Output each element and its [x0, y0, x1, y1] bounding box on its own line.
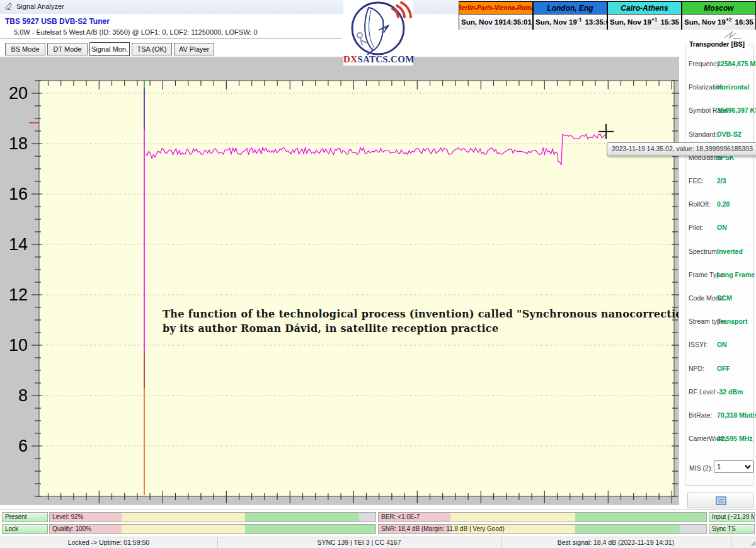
field-value: OFF	[717, 365, 730, 372]
clock-time: 16:35	[735, 18, 753, 26]
clock-city: London, Eng	[534, 2, 607, 14]
dxsatcs-logo: DXSATCS.COM	[343, 0, 413, 66]
progress-bar-ber: BER: <1.0E-7	[378, 512, 707, 522]
window-title: Signal Analyzer	[16, 3, 64, 10]
transponder-field-frame-type: Frame Type:Long Frame	[684, 271, 753, 280]
field-value: -32 dBm	[717, 388, 743, 396]
field-label: BitRate:	[689, 411, 712, 419]
clock-body: Sun, Nov 1914:35:01	[459, 14, 532, 30]
clock-body: Sun, Nov 19-113:35:01	[534, 14, 607, 30]
svg-text:14: 14	[9, 235, 28, 254]
stream-list-button[interactable]	[687, 493, 754, 508]
field-value: ON	[717, 224, 727, 231]
transponder-field-stream-type: Stream type:Transport	[684, 317, 753, 326]
signal-monitor-panel: BERSNRQualityLevel 20181614121086The fun…	[0, 57, 679, 505]
field-label: FEC:	[689, 177, 704, 185]
clock-utc-offset: +1	[651, 16, 658, 23]
tab-bs-mode[interactable]: BS Mode	[5, 43, 45, 55]
field-value: Transport	[717, 317, 747, 325]
tab-tsa-ok[interactable]: TSA (OK)	[132, 43, 172, 55]
progress-bar-quality: Quality: 100%	[49, 524, 376, 534]
satellite-dish-icon	[343, 0, 413, 55]
list-icon	[716, 496, 726, 505]
transponder-field-polarization: Polarization:Horizontal	[684, 83, 753, 92]
status-box-present: Present	[2, 512, 48, 522]
clock-city: Moscow	[682, 2, 755, 14]
snr-chart-plot[interactable]: 20181614121086The function of the techno…	[0, 57, 679, 505]
mis-label: MIS (2):	[689, 464, 713, 472]
clock-berlin-paris-vienna-roma: Berlin-Paris-Vienna-RomaSun, Nov 1914:35…	[459, 1, 533, 30]
field-label: RollOff:	[689, 200, 711, 208]
status-box-lock: Lock	[2, 524, 48, 534]
clock-time: 15:35	[661, 18, 679, 26]
transponder-field-npd: NPD:OFF	[684, 365, 753, 374]
field-value: DVB-S2	[717, 130, 742, 138]
clock-utc-offset: +2	[726, 16, 732, 23]
progress-bar-level: Level: 92%	[49, 512, 376, 522]
field-value: Horizontal	[717, 83, 749, 91]
mis-select[interactable]: 1	[714, 460, 753, 473]
field-label: Standard:	[689, 130, 718, 138]
transponder-field-rf-level: RF Level:-32 dBm	[684, 388, 753, 397]
svg-text:18: 18	[9, 134, 28, 153]
statusbar-segment-3	[731, 537, 755, 548]
tooltip-text: 2023-11-19 14.35.02, value: 18,399999618…	[612, 145, 753, 152]
clock-body: Sun, Nov 19+115:35	[608, 14, 681, 30]
clock-cairo-athens: Cairo-AthensSun, Nov 19+115:35	[607, 1, 682, 30]
field-value: Inverted	[717, 248, 743, 255]
svg-text:The function of the technologi: The function of the technological proces…	[163, 308, 679, 320]
signature-icon	[723, 31, 742, 40]
app-icon	[4, 2, 13, 11]
svg-text:6: 6	[18, 437, 28, 455]
clock-london-eng: London, EngSun, Nov 19-113:35:01	[533, 1, 607, 30]
clock-moscow: MoscowSun, Nov 19+216:35	[682, 1, 756, 30]
svg-text:20: 20	[9, 84, 28, 103]
transponder-field-fec: FEC:2/3	[684, 177, 753, 186]
transponder-sidebar: Transponder [BS] Frequency:12584,875 MHz…	[684, 38, 756, 510]
transponder-field-issyi: ISSYI:ON	[684, 341, 753, 350]
statusbar-segment-1: SYNC 139 | TEI 3 | CC 4167	[217, 537, 501, 548]
clock-date: Sun, Nov 19	[610, 18, 651, 26]
signal-label: Input (~21,39 Mbps)	[712, 513, 755, 520]
logo-text: DXSATCS.COM	[343, 54, 413, 65]
signal-label: Lock	[5, 525, 18, 532]
signal-label: Sync TS	[712, 525, 736, 532]
field-value: ON	[717, 341, 727, 348]
clock-city: Berlin-Paris-Vienna-Roma	[459, 2, 532, 14]
statusbar-segment-0: Locked -> Uptime: 01:59:50	[0, 537, 218, 548]
bars-separator	[0, 509, 756, 510]
field-label: RF Level:	[689, 388, 717, 396]
transponder-field-pilot: Pilot:ON	[684, 224, 753, 232]
tab-av-player[interactable]: AV Player	[174, 43, 214, 55]
svg-text:16: 16	[9, 185, 28, 203]
svg-text:12: 12	[9, 285, 28, 304]
transponder-groupbox-title: Transponder [BS]	[687, 40, 747, 48]
field-value: 12584,875 MHz	[717, 60, 756, 67]
status-box-sync-ts: Sync TS	[709, 524, 755, 534]
header-separator	[0, 38, 342, 39]
field-label: ISSYI:	[689, 341, 707, 348]
field-value: Long Frame	[717, 271, 755, 278]
transponder-field-rolloff: RollOff:0.20	[684, 200, 753, 209]
transponder-field-carrierwidth: CarrierWidth:42,595 MHz	[684, 435, 753, 443]
clock-utc-offset: -1	[577, 16, 582, 23]
signal-label: SNR: 18,4 dB (Margin: 11,8 dB | Very Goo…	[381, 525, 505, 532]
field-value: 70,318 Mbit/s	[717, 411, 756, 419]
svg-text:by its author Roman Dávid, in: by its author Roman Dávid, in satellite …	[163, 323, 498, 334]
clock-city: Cairo-Athens	[608, 2, 681, 14]
field-value: 0.20	[717, 200, 730, 208]
signal-label: Level: 92%	[52, 513, 83, 520]
tab-dt-mode[interactable]: DT Mode	[47, 43, 88, 55]
transponder-field-frequency: Frequency:12584,875 MHz	[684, 60, 753, 69]
field-value: CCM	[717, 294, 732, 302]
clock-date: Sun, Nov 19	[536, 18, 577, 26]
clock-time: 14:35:01	[503, 18, 532, 26]
transponder-field-symbol-rate: Symbol Rate:35496,397 KS/s	[684, 106, 753, 115]
field-label: NPD:	[689, 365, 704, 372]
transponder-field-standard: Standard:DVB-S2	[684, 130, 753, 139]
tab-signal-mon[interactable]: Signal Mon.	[89, 42, 130, 56]
tuning-info: 5.0W - Eutelsat 5 West A/B (ID: 3550) @ …	[14, 28, 258, 36]
clock-date: Sun, Nov 19	[461, 18, 503, 26]
field-label: Pilot:	[689, 224, 703, 231]
progress-bar-snr: SNR: 18,4 dB (Margin: 11,8 dB | Very Goo…	[378, 524, 707, 534]
